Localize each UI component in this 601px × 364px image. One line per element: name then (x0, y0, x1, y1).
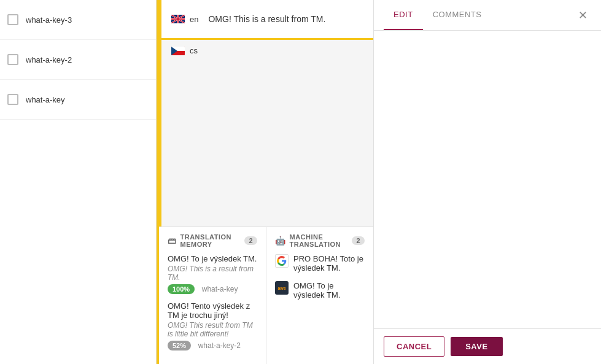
target-editor[interactable] (161, 55, 373, 227)
mt-text-0: PRO BOHA! Toto je výsledek TM. (293, 254, 365, 273)
mt-item-1[interactable]: aws OMG! To je výsledek TM. (275, 281, 365, 300)
tm-badge: 2 (244, 236, 257, 245)
translation-area: en OMG! This is a result from TM. cs (159, 0, 374, 364)
main-layout: what-a-key-3 what-a-key-2 what-a-key (0, 0, 601, 364)
key-item-1[interactable]: what-a-key-2 (0, 40, 156, 80)
mt-text-1: OMG! To je výsledek TM. (293, 281, 365, 300)
bottom-section: 🗃 TRANSLATION MEMORY 2 OMG! To je výsled… (159, 227, 373, 364)
tab-edit[interactable]: EDIT (384, 0, 423, 30)
tm-key-1: what-a-key-2 (198, 341, 241, 350)
mt-header: 🤖 MACHINE TRANSLATION 2 (275, 233, 365, 248)
tm-source-1: OMG! Tento výsledek z TM je trochu jiný! (168, 301, 257, 320)
source-lang: en (190, 15, 198, 24)
svg-rect-8 (171, 18, 185, 20)
key-label-1: what-a-key-2 (26, 55, 72, 64)
tm-match-1: 52% (168, 341, 191, 350)
tab-comments[interactable]: COMMENTS (423, 0, 492, 30)
flag-gb-icon (171, 15, 185, 23)
key-list: what-a-key-3 what-a-key-2 what-a-key (0, 0, 157, 364)
mt-item-0[interactable]: PRO BOHA! Toto je výsledek TM. (275, 254, 365, 273)
checkbox-1[interactable] (7, 54, 18, 65)
mt-badge: 2 (352, 236, 365, 245)
close-button[interactable]: ✕ (574, 7, 591, 24)
mt-column: 🤖 MACHINE TRANSLATION 2 (266, 227, 373, 364)
tm-column: 🗃 TRANSLATION MEMORY 2 OMG! To je výsled… (159, 227, 266, 364)
tm-key-0: what-a-key (202, 285, 238, 293)
target-row-wrapper: cs (159, 40, 373, 227)
tm-match-0: 100% (168, 284, 195, 294)
tm-original-1: OMG! This result from TM is little bit d… (168, 321, 257, 338)
aws-icon: aws (275, 281, 289, 295)
cancel-button[interactable]: CANCEL (384, 336, 444, 357)
tm-label: TRANSLATION MEMORY (180, 233, 241, 248)
tm-item-0[interactable]: OMG! To je výsledek TM. OMG! This is a r… (168, 254, 257, 294)
mt-label: MACHINE TRANSLATION (290, 233, 349, 248)
key-item-2[interactable]: what-a-key (0, 80, 156, 120)
key-label-0: what-a-key-3 (26, 15, 72, 25)
checkbox-2[interactable] (7, 94, 18, 105)
suggestions-row: 🗃 TRANSLATION MEMORY 2 OMG! To je výsled… (159, 227, 373, 364)
action-buttons: CANCEL SAVE (374, 328, 601, 364)
tm-icon: 🗃 (168, 236, 177, 246)
mt-icon: 🤖 (275, 236, 286, 246)
google-icon (275, 254, 289, 268)
target-lang: cs (190, 46, 198, 55)
tm-original-0: OMG! This is a result from TM. (168, 265, 257, 282)
right-panel: EDIT COMMENTS ✕ CANCEL SAVE (374, 0, 601, 364)
key-item-0[interactable]: what-a-key-3 (0, 0, 156, 40)
source-text: OMG! This is a result from TM. (208, 14, 325, 24)
flag-cz-icon (171, 47, 185, 55)
save-button[interactable]: SAVE (451, 337, 502, 356)
tm-header: 🗃 TRANSLATION MEMORY 2 (168, 233, 257, 248)
panel-content (374, 31, 601, 328)
app-container: what-a-key-3 what-a-key-2 what-a-key (0, 0, 601, 364)
tm-source-0: OMG! To je výsledek TM. (168, 254, 257, 263)
key-label-2: what-a-key (26, 95, 65, 104)
tm-item-1[interactable]: OMG! Tento výsledek z TM je trochu jiný!… (168, 301, 257, 350)
checkbox-0[interactable] (7, 14, 18, 25)
source-row: en OMG! This is a result from TM. (159, 0, 373, 40)
panel-tabs: EDIT COMMENTS ✕ (374, 0, 601, 31)
target-header: cs (161, 40, 373, 55)
